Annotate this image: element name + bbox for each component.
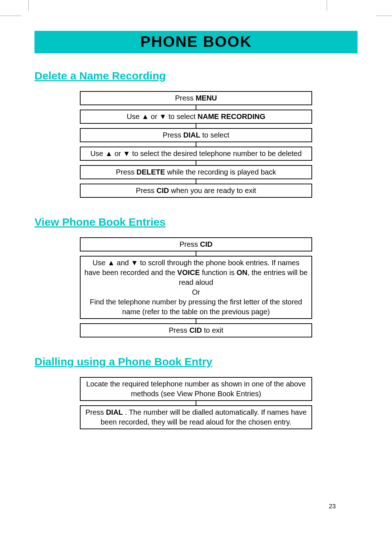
steps-view: Press CID Use ▲ and ▼ to scroll through … — [34, 237, 358, 337]
page-banner: PHONE BOOK — [34, 31, 358, 53]
steps-dialling: Locate the required telephone number as … — [34, 377, 358, 429]
step-box: Locate the required telephone number as … — [80, 377, 312, 401]
step-box: Press DIAL to select — [80, 128, 312, 142]
connector — [196, 251, 196, 256]
step-box: Press CID when you are ready to exit — [80, 184, 312, 198]
connector — [196, 124, 196, 128]
connector — [196, 161, 196, 165]
connector — [196, 401, 196, 405]
section-title-delete: Delete a Name Recording — [34, 70, 358, 82]
step-box: Use ▲ and ▼ to scroll through the phone … — [80, 256, 312, 319]
step-box: Press CID — [80, 237, 312, 251]
page-number: 23 — [329, 503, 336, 510]
section-title-view: View Phone Book Entries — [34, 216, 358, 228]
connector — [196, 179, 196, 184]
step-box: Press DIAL . The number will be dialled … — [80, 405, 312, 429]
step-box: Press DELETE while the recording is play… — [80, 165, 312, 179]
section-title-dialling: Dialling using a Phone Book Entry — [34, 356, 358, 368]
step-box: Press MENU — [80, 91, 312, 105]
step-box: Use ▲ or ▼ to select NAME RECORDING — [80, 110, 312, 124]
connector — [196, 142, 196, 147]
steps-delete: Press MENU Use ▲ or ▼ to select NAME REC… — [34, 91, 358, 198]
step-box: Use ▲ or ▼ to select the desired telepho… — [80, 147, 312, 161]
step-box: Press CID to exit — [80, 323, 312, 337]
connector — [196, 105, 196, 110]
connector — [196, 319, 196, 323]
